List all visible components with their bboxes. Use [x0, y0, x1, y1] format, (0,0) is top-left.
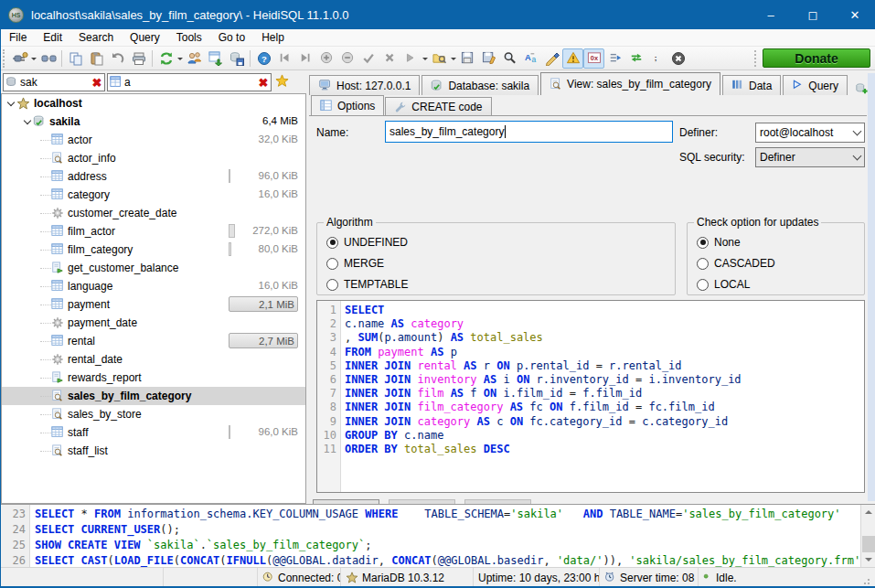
tree-item-rental_date[interactable]: rental_date [2, 350, 305, 369]
semicolon-delimiter-button[interactable]: ; [646, 48, 667, 69]
paste-button[interactable] [86, 48, 107, 69]
radio-icon[interactable] [326, 279, 338, 291]
menu-edit[interactable]: Edit [35, 29, 70, 46]
close-button[interactable]: ✕ [834, 0, 875, 29]
new-query-tab-button[interactable] [849, 82, 874, 95]
save-sql-button[interactable] [457, 48, 478, 69]
subtab-create-code[interactable]: CREATE code [385, 97, 491, 116]
tab-host-127-0-0-1[interactable]: Host: 127.0.0.1 [309, 75, 420, 95]
check-option-option-local[interactable]: LOCAL [697, 276, 750, 293]
tree-item-actor_info[interactable]: actor_info [2, 149, 305, 167]
tree-item-payment_date[interactable]: payment_date [2, 314, 305, 332]
find-text-button[interactable] [499, 48, 520, 69]
subtab-options[interactable]: Options [311, 95, 384, 116]
tree-item-get_customer_balance[interactable]: get_customer_balance [2, 259, 305, 277]
expand-chevron-icon[interactable] [7, 99, 16, 108]
execute-query-dropdown-icon[interactable] [421, 48, 429, 69]
tree-item-payment[interactable]: payment2,1 MiB [2, 295, 305, 314]
tree-item-film_category[interactable]: film_category80,0 KiB [2, 241, 305, 259]
tree-item-staff[interactable]: staff96,0 KiB [2, 423, 305, 442]
bind-parameters-button[interactable] [625, 48, 646, 69]
load-sql-file-dropdown-icon[interactable] [450, 48, 457, 69]
maximize-button[interactable]: ◻ [792, 0, 834, 29]
connect-button[interactable] [9, 48, 30, 69]
stop-query-button[interactable] [667, 48, 688, 69]
radio-icon[interactable] [326, 237, 338, 249]
tab-query[interactable]: Query [783, 75, 848, 95]
donate-button[interactable]: Donate [763, 48, 870, 68]
view-sql-editor[interactable]: 1234567891011 SELECTc.name AS category, … [316, 300, 865, 493]
copy-button[interactable] [65, 48, 86, 69]
algorithm-option-temptable[interactable]: TEMPTABLE [326, 276, 408, 293]
tab-data[interactable]: Data [722, 75, 781, 95]
database-tree[interactable]: localhostsakila6,4 MiBactor32,0 KiBactor… [1, 93, 306, 504]
print-button[interactable] [128, 48, 149, 69]
insert-row-button[interactable] [316, 48, 337, 69]
log-scrollbar[interactable] [860, 505, 875, 567]
tree-filter-input[interactable] [20, 76, 90, 89]
refresh-dropdown-icon[interactable] [176, 48, 184, 69]
clear-filter-icon[interactable]: ✖ [90, 76, 104, 90]
export-tables-button[interactable] [205, 48, 226, 69]
nav-last-button[interactable] [295, 48, 316, 69]
resize-grip[interactable] [863, 576, 872, 585]
disconnect-button[interactable] [37, 48, 59, 69]
menu-help[interactable]: Help [253, 29, 293, 46]
radio-icon[interactable] [326, 258, 338, 270]
algorithm-option-undefined[interactable]: UNDEFINED [326, 234, 408, 251]
scroll-thumb[interactable] [862, 536, 875, 552]
check-option-option-none[interactable]: None [697, 234, 741, 251]
tree-item-sales_by_film_category[interactable]: sales_by_film_category [2, 387, 305, 405]
favorites-toggle[interactable] [275, 74, 289, 91]
save-sql-as-button[interactable] [478, 48, 499, 69]
save-database-button[interactable] [226, 48, 247, 69]
tree-item-address[interactable]: address96,0 KiB [2, 167, 305, 186]
user-manager-button[interactable] [184, 48, 205, 69]
tree-item-rewards_report[interactable]: rewards_report [2, 369, 305, 387]
scroll-up-icon[interactable] [863, 507, 874, 518]
post-changes-button[interactable] [358, 48, 379, 69]
panel-scroll-strip[interactable] [868, 73, 875, 501]
highlight-errors-button[interactable] [562, 48, 583, 69]
clear-filter-icon[interactable]: ✖ [256, 76, 271, 90]
tree-item-staff_list[interactable]: staff_list [2, 442, 305, 460]
minimize-button[interactable]: – [750, 0, 792, 29]
tree-item-localhost[interactable]: localhost [2, 94, 305, 112]
undo-button[interactable] [107, 48, 128, 69]
tree-item-language[interactable]: language16,0 KiB [2, 277, 305, 295]
next-statement-button[interactable] [604, 48, 625, 69]
tree-item-customer_create_date[interactable]: customer_create_date [2, 204, 305, 222]
menu-tools[interactable]: Tools [168, 29, 210, 46]
scroll-down-icon[interactable] [863, 554, 874, 565]
load-sql-file-button[interactable] [429, 48, 450, 69]
definer-combobox[interactable]: root@localhost [755, 123, 865, 143]
tree-item-sales_by_store[interactable]: sales_by_store [2, 405, 305, 423]
nav-first-button[interactable] [274, 48, 295, 69]
cancel-editing-button[interactable] [379, 48, 400, 69]
check-option-option-cascaded[interactable]: CASCADED [697, 255, 775, 272]
radio-icon[interactable] [697, 258, 709, 270]
execute-query-button[interactable] [400, 48, 421, 69]
editor-code[interactable]: SELECTc.name AS category, SUM(p.amount) … [341, 301, 864, 492]
tree-item-actor[interactable]: actor32,0 KiB [2, 131, 305, 149]
menu-search[interactable]: Search [70, 29, 122, 46]
menu-go-to[interactable]: Go to [210, 29, 253, 46]
menu-query[interactable]: Query [122, 29, 168, 46]
replace-text-button[interactable]: Aa [520, 48, 541, 69]
tab-view-sales-by-film-category[interactable]: View: sales_by_film_category [540, 72, 720, 95]
hex-view-button[interactable]: 0x [583, 48, 604, 69]
tab-database-sakila[interactable]: Database: sakila [421, 75, 539, 95]
tree-item-rental[interactable]: rental2,7 MiB [2, 332, 305, 350]
menu-file[interactable]: File [1, 29, 35, 46]
algorithm-option-merge[interactable]: MERGE [326, 255, 384, 272]
tree-filter-input[interactable] [124, 76, 256, 89]
radio-icon[interactable] [697, 237, 709, 249]
view-name-input[interactable]: sales_by_film_category [385, 121, 673, 143]
format-code-button[interactable] [541, 48, 562, 69]
expand-chevron-icon[interactable] [24, 117, 33, 126]
refresh-button[interactable] [155, 48, 176, 69]
tree-item-sakila[interactable]: sakila6,4 MiB [2, 112, 305, 131]
connect-dropdown-icon[interactable] [30, 48, 37, 69]
sql-security-combobox[interactable]: Definer [755, 147, 865, 167]
tree-item-film_actor[interactable]: film_actor272,0 KiB [2, 222, 305, 241]
